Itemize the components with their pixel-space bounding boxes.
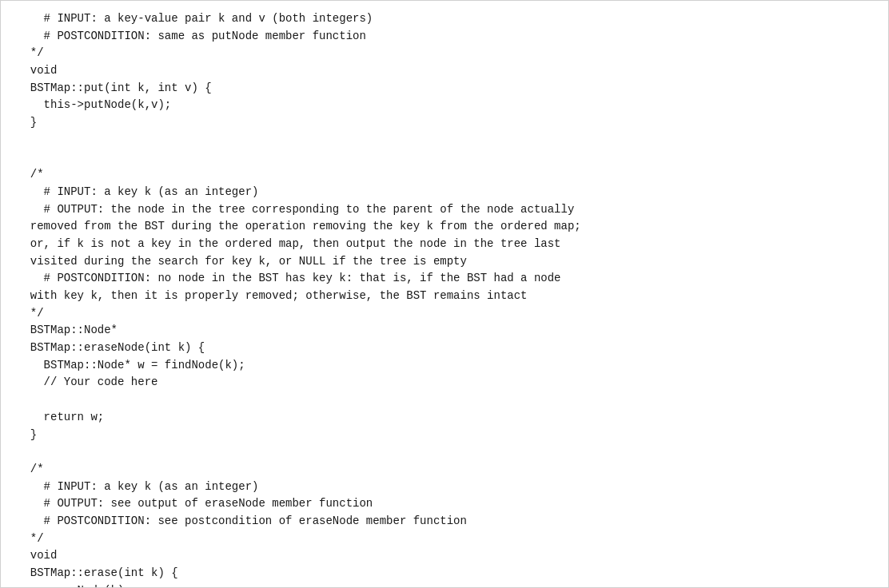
code-block: # INPUT: a key-value pair k and v (both … [1, 9, 888, 588]
code-line-18: BSTMap::Node* [17, 322, 872, 340]
code-line-21: // Your code here [17, 374, 872, 391]
code-line-7 [17, 132, 872, 149]
code-line-26: /* [17, 461, 872, 479]
code-line-32: BSTMap::erase(int k) { [17, 565, 872, 582]
code-line-29: # POSTCONDITION: see postcondition of er… [17, 513, 872, 530]
code-line-0: # INPUT: a key-value pair k and v (both … [17, 10, 872, 28]
code-line-1: # POSTCONDITION: same as putNode member … [17, 28, 872, 46]
code-line-33: eraseNode(k); [17, 582, 872, 588]
code-line-12: removed from the BST during the operatio… [17, 218, 872, 236]
code-line-8 [17, 149, 872, 167]
code-line-15: # POSTCONDITION: no node in the BST has … [17, 270, 872, 288]
code-line-20: BSTMap::Node* w = findNode(k); [17, 357, 872, 375]
code-line-13: or, if k is not a key in the ordered map… [17, 236, 872, 253]
code-line-28: # OUTPUT: see output of eraseNode member… [17, 495, 872, 513]
code-line-17: */ [17, 305, 872, 323]
code-line-11: # OUTPUT: the node in the tree correspon… [17, 201, 872, 219]
code-line-14: visited during the search for key k, or … [17, 253, 872, 271]
code-line-19: BSTMap::eraseNode(int k) { [17, 340, 872, 357]
code-line-5: this->putNode(k,v); [17, 97, 872, 114]
code-line-4: BSTMap::put(int k, int v) { [17, 80, 872, 97]
code-line-6: } [17, 114, 872, 132]
code-line-10: # INPUT: a key k (as an integer) [17, 184, 872, 201]
code-line-22 [17, 391, 872, 409]
code-line-24: } [17, 427, 872, 444]
code-line-27: # INPUT: a key k (as an integer) [17, 479, 872, 496]
code-line-30: */ [17, 530, 872, 548]
code-line-31: void [17, 547, 872, 565]
code-line-16: with key k, then it is properly removed;… [17, 288, 872, 305]
code-container: # INPUT: a key-value pair k and v (both … [0, 0, 889, 588]
code-line-23: return w; [17, 409, 872, 427]
code-line-25 [17, 443, 872, 461]
code-line-3: void [17, 62, 872, 80]
code-line-9: /* [17, 166, 872, 184]
code-line-2: */ [17, 45, 872, 62]
